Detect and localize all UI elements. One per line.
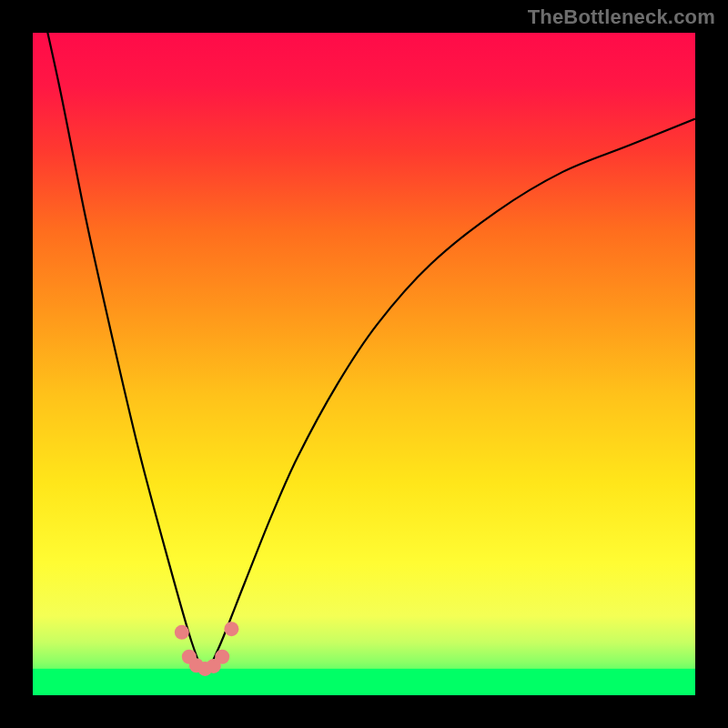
branding-watermark: TheBottleneck.com <box>528 5 715 29</box>
gradient-background <box>33 33 695 695</box>
curve-marker <box>175 625 189 640</box>
bottleneck-chart <box>0 0 728 728</box>
curve-marker <box>224 622 238 636</box>
curve-marker <box>215 650 229 664</box>
baseline-band <box>33 669 695 695</box>
chart-frame: TheBottleneck.com <box>0 0 728 728</box>
